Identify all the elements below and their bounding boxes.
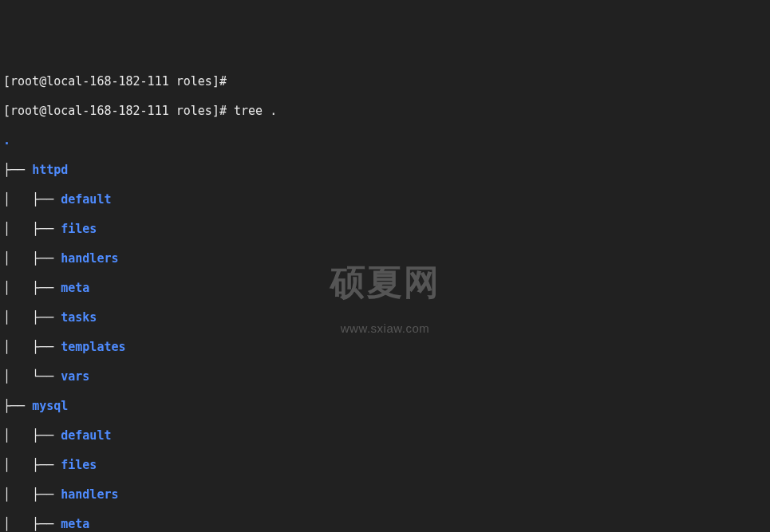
tree-row: │ ├── handlers: [3, 251, 767, 266]
tree-root: .: [3, 133, 767, 148]
dir-entry: handlers: [61, 251, 118, 266]
tree-row: │ ├── files: [3, 222, 767, 237]
tree-row: │ ├── meta: [3, 517, 767, 532]
tree-row: │ ├── tasks: [3, 310, 767, 325]
prompt-line[interactable]: [root@local-168-182-111 roles]# tree .: [3, 104, 767, 119]
dir-entry: default: [61, 192, 111, 207]
dir-mysql: mysql: [32, 399, 68, 413]
dir-entry: vars: [61, 369, 89, 384]
shell-prompt: [root@local-168-182-111 roles]#: [3, 104, 227, 118]
tree-row: │ ├── default: [3, 428, 767, 443]
tree-row: │ ├── meta: [3, 281, 767, 296]
dir-entry: templates: [61, 340, 125, 354]
dir-entry: meta: [61, 281, 89, 295]
tree-row: │ ├── default: [3, 192, 767, 207]
dir-entry: files: [61, 458, 97, 472]
terminal-output: [root@local-168-182-111 roles]# [root@lo…: [0, 59, 770, 532]
tree-row: │ └── vars: [3, 369, 767, 384]
prompt-line-prev: [root@local-168-182-111 roles]#: [3, 74, 767, 89]
tree-row: │ ├── handlers: [3, 487, 767, 502]
dir-entry: files: [61, 222, 97, 236]
tree-row: ├── httpd: [3, 163, 767, 178]
dir-entry: meta: [61, 517, 89, 531]
dir-entry: tasks: [61, 310, 97, 325]
dir-entry: default: [61, 428, 111, 443]
dir-httpd: httpd: [32, 163, 68, 177]
tree-row: │ ├── templates: [3, 340, 767, 355]
tree-row: │ ├── files: [3, 458, 767, 473]
shell-command: tree .: [234, 104, 277, 118]
shell-prompt: [root@local-168-182-111 roles]#: [3, 74, 227, 89]
tree-row: ├── mysql: [3, 399, 767, 414]
dir-entry: handlers: [61, 487, 118, 502]
